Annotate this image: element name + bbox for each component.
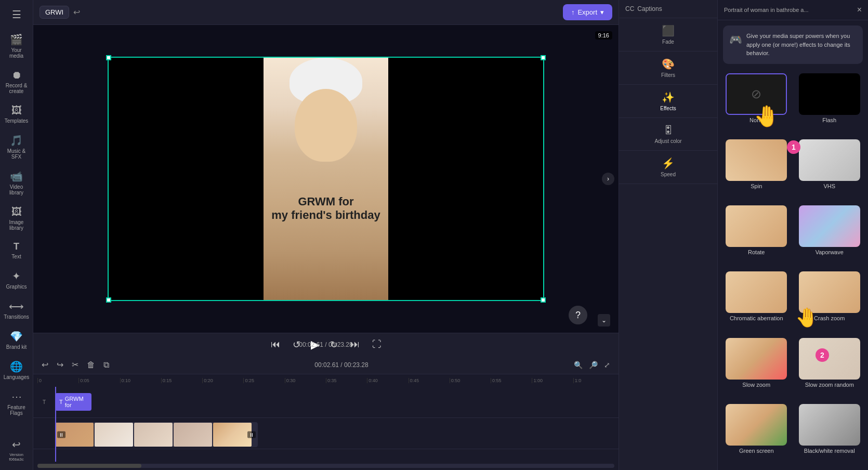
filters-tool[interactable]: 🎨 Filters [619, 51, 717, 85]
sidebar-item-languages[interactable]: 🌐 Languages [2, 356, 32, 384]
sidebar-item-brand-kit[interactable]: 💎 Brand kit [2, 326, 32, 354]
sidebar-item-label: Languages [4, 374, 30, 380]
effect-rotate[interactable]: Rotate [722, 205, 791, 267]
fullscreen-button[interactable]: ⛶ [370, 337, 384, 352]
ruler-mark: 1:00 [532, 378, 573, 383]
captions-icon: CC [625, 5, 634, 12]
adjust-color-tool[interactable]: 🎛 Adjust color [619, 118, 717, 151]
graphics-icon: ✦ [12, 270, 21, 282]
effect-label-chromatic: Chromatic aberration [730, 315, 783, 321]
delete-button[interactable]: 🗑 [85, 359, 97, 371]
timeline-toolbar: ↩ ↪ ✂ 🗑 ⧉ 00:02.61 / 00:23.28 🔍 🔎 ⤢ [33, 356, 619, 374]
project-name[interactable]: GRWI [40, 6, 69, 19]
corner-handle-br[interactable] [541, 297, 546, 303]
right-panel-tools: ⬛ Fade 🎨 Filters ✨ Effects 🎛 Adjust colo… [619, 18, 717, 184]
sidebar-item-graphics[interactable]: ✦ Graphics [2, 266, 32, 294]
effects-panel-title: Portrait of woman in bathrobe a... [724, 7, 809, 13]
effect-label-slow-zoom-random: Slow zoom random [805, 382, 854, 388]
effects-grid: ⊘ None Flash Spin VHS [718, 69, 868, 471]
corner-handle-tl[interactable] [106, 55, 111, 60]
duplicate-button[interactable]: ⧉ [101, 359, 111, 371]
canvas-container: GRWM for my friend's birthday [108, 57, 544, 301]
sidebar-item-transitions[interactable]: ⟷ Transitions [2, 296, 32, 324]
right-panel-toggle[interactable]: › [602, 173, 614, 185]
effect-label-spin: Spin [751, 183, 762, 189]
filters-label: Filters [661, 72, 675, 78]
effect-label-green-screen: Green screen [739, 448, 774, 454]
effect-vaporwave[interactable]: Vaporwave [795, 205, 864, 267]
corner-handle-tr[interactable] [541, 55, 546, 60]
scrollbar-thumb[interactable] [37, 464, 141, 468]
effect-slow-zoom[interactable]: Slow zoom [722, 338, 791, 400]
tooltip-text: Give your media super powers when you ap… [746, 32, 857, 58]
collapse-button[interactable]: ⌄ [598, 314, 610, 327]
chromatic-effect-visual [726, 271, 787, 313]
effect-slow-zoom-random[interactable]: Slow zoom random [795, 338, 864, 400]
brand-kit-icon: 💎 [10, 330, 23, 343]
export-button[interactable]: ↑ Export ▾ [563, 4, 612, 20]
sidebar-item-video-library[interactable]: 📹 Video library [2, 166, 32, 200]
effect-green-screen[interactable]: Green screen [722, 404, 791, 466]
version-icon: ↩ [12, 438, 21, 451]
slow-zoom-effect-visual [726, 338, 787, 380]
zoom-out-button[interactable]: 🔍 [572, 360, 585, 370]
sidebar-item-templates[interactable]: 🖼 Templates [2, 100, 32, 128]
cut-button[interactable]: ✂ [70, 359, 81, 371]
sidebar-item-your-media[interactable]: 🎬 Your media [2, 29, 32, 63]
fade-tool[interactable]: ⬛ Fade [619, 18, 717, 51]
ruler-mark: 0:45 [409, 378, 450, 383]
text-track-chip[interactable]: T GRWM for [55, 393, 91, 411]
sidebar-item-music-sfx[interactable]: 🎵 Music & SFX [2, 130, 32, 164]
ruler-mark: 0:40 [367, 378, 408, 383]
right-panel-title: Captions [637, 5, 662, 12]
crash-zoom-effect-visual [799, 271, 860, 313]
effect-chromatic[interactable]: Chromatic aberration [722, 271, 791, 333]
timeline-scrollbar[interactable] [37, 464, 614, 468]
hamburger-button[interactable]: ☰ [6, 4, 27, 25]
skip-back-button[interactable]: ⏮ [269, 337, 282, 352]
music-sfx-icon: 🎵 [10, 134, 23, 147]
ruler-mark: 0:10 [120, 378, 161, 383]
sidebar-item-label: Version f06ba3c [4, 452, 30, 462]
sidebar-item-image-library[interactable]: 🖼 Image library [2, 202, 32, 235]
effect-crash-zoom[interactable]: Crash zoom [795, 271, 864, 333]
sidebar-item-feature-flags[interactable]: ⋯ Feature Flags [2, 386, 32, 420]
effect-none[interactable]: ⊘ None [722, 73, 791, 135]
ruler-mark: 0:55 [491, 378, 532, 383]
video-track-strip[interactable]: ⏸ ⏸ [55, 422, 258, 447]
effect-flash[interactable]: Flash [795, 73, 864, 135]
effects-panel-close[interactable]: × [857, 5, 862, 15]
undo-button[interactable]: ↩ [40, 359, 50, 371]
your-media-icon: 🎬 [10, 33, 23, 46]
video-preview: GRWM for my friend's birthday [264, 58, 388, 300]
fit-button[interactable]: ⤢ [602, 360, 612, 370]
right-panel: CC Captions ⬛ Fade 🎨 Filters ✨ Effects 🎛… [619, 0, 717, 470]
vhs-effect-visual [799, 139, 860, 181]
image-library-icon: 🖼 [11, 206, 22, 218]
effects-tooltip: 🎮 Give your media super powers when you … [723, 25, 863, 64]
effect-label-none: None [749, 117, 763, 123]
history-icon[interactable]: ↩ [73, 7, 80, 17]
green-screen-effect-visual [726, 404, 787, 446]
effect-vhs[interactable]: VHS [795, 139, 864, 201]
effects-tool[interactable]: ✨ Effects [619, 85, 717, 118]
zoom-in-button[interactable]: 🔎 [587, 360, 600, 370]
video-thumb-3 [134, 423, 173, 447]
help-button[interactable]: ? [569, 306, 587, 324]
effect-spin[interactable]: Spin [722, 139, 791, 201]
speed-tool[interactable]: ⚡ Speed [619, 151, 717, 184]
bw-removal-effect-visual [799, 404, 860, 446]
languages-icon: 🌐 [10, 360, 23, 373]
ruler-mark: 0:50 [450, 378, 491, 383]
playhead[interactable] [55, 387, 56, 462]
effect-label-vhs: VHS [823, 183, 835, 189]
sidebar-item-text[interactable]: T Text [2, 237, 32, 264]
ruler-mark: 1:0 [573, 378, 614, 383]
ruler-mark: 0:15 [161, 378, 202, 383]
transitions-icon: ⟷ [9, 300, 24, 312]
sidebar-item-record-create[interactable]: ⏺ Record & create [2, 65, 32, 98]
corner-handle-bl[interactable] [106, 297, 111, 303]
ruler-mark: 0:20 [202, 378, 243, 383]
effect-bw-removal[interactable]: Black/white removal [795, 404, 864, 466]
redo-button[interactable]: ↪ [55, 359, 65, 371]
